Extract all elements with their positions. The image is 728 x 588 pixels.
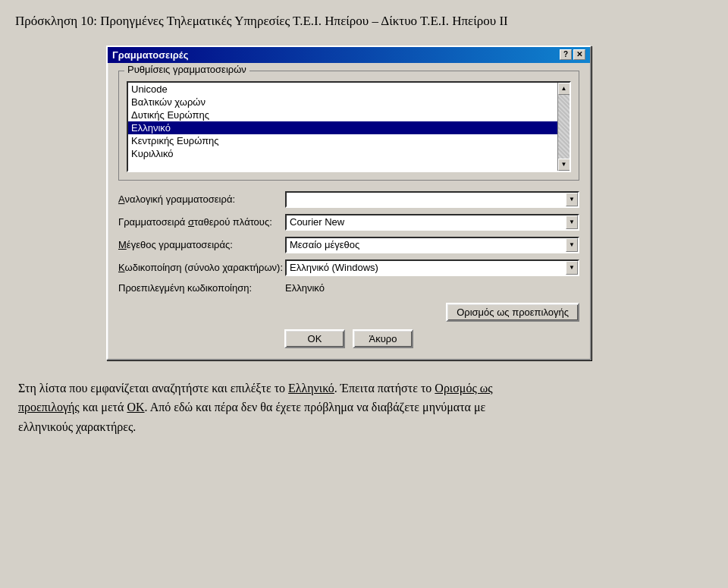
font-size-dropdown-arrow[interactable]: ▼ — [566, 238, 578, 252]
list-item-selected[interactable]: Ελληνικό — [128, 121, 557, 134]
proportional-font-row: Αναλογική γραμματοσειρά: ▼ — [118, 191, 579, 208]
scrollbar-track — [558, 95, 570, 159]
bottom-text: Στη λίστα που εμφανίζεται αναζητήστε και… — [15, 379, 713, 437]
set-default-button[interactable]: Ορισμός ως προεπιλογής — [446, 303, 579, 322]
ok-cancel-row: OK Άκυρο — [118, 329, 579, 348]
ok-button[interactable]: OK — [284, 329, 345, 348]
listbox-items: Unicode Βαλτικών χωρών Δυτικής Ευρώπης Ε… — [128, 83, 557, 171]
list-item[interactable]: Βαλτικών χωρών — [128, 96, 557, 108]
fixed-font-value: Courier New — [287, 216, 566, 228]
proportional-font-dropdown-arrow[interactable]: ▼ — [566, 193, 578, 206]
default-encoding-row: Προεπιλεγμένη κωδικοποίηση: Ελληνικό — [118, 282, 579, 294]
encoding-dropdown-arrow[interactable]: ▼ — [566, 261, 578, 275]
fieldset-legend: Ρυθμίσεις γραμματοσειρών — [124, 64, 249, 75]
page-title: Πρόσκληση 10: Προηγμένες Τηλεματικές Υπη… — [15, 12, 713, 30]
encoding-row: Κωδικοποίηση (σύνολο χαρακτήρων): Ελληνι… — [118, 259, 579, 276]
help-button[interactable]: ? — [560, 49, 572, 60]
font-size-value: Μεσαίο μέγεθος — [287, 239, 566, 250]
list-item[interactable]: Κυριλλικό — [128, 147, 557, 160]
cancel-button[interactable]: Άκυρο — [353, 329, 413, 348]
dialog-title: Γραμματοσειρές — [112, 49, 188, 61]
encoding-value: Ελληνικό (Windows) — [287, 262, 566, 273]
fixed-font-label: Γραμματοσειρά σταθερού πλάτους: — [118, 216, 285, 228]
proportional-font-select[interactable]: ▼ — [285, 191, 579, 208]
fixed-font-select[interactable]: Courier New ▼ — [285, 214, 579, 231]
scroll-up-button[interactable]: ▲ — [558, 83, 570, 95]
proportional-font-label: Αναλογική γραμματοσειρά: — [118, 193, 285, 205]
list-item[interactable]: Unicode — [128, 83, 557, 96]
dialog-titlebar: Γραμματοσειρές ? ✕ — [108, 47, 590, 63]
font-size-row: Μέγεθος γραμματοσειράς: Μεσαίο μέγεθος ▼ — [118, 237, 579, 253]
set-default-row: Ορισμός ως προεπιλογής — [118, 303, 579, 322]
default-encoding-label: Προεπιλεγμένη κωδικοποίηση: — [118, 282, 285, 294]
font-listbox[interactable]: Unicode Βαλτικών χωρών Δυτικής Ευρώπης Ε… — [127, 81, 571, 172]
fixed-font-dropdown-arrow[interactable]: ▼ — [566, 215, 578, 229]
listbox-scrollbar[interactable]: ▲ ▼ — [557, 83, 570, 171]
scroll-down-button[interactable]: ▼ — [558, 159, 570, 171]
list-item[interactable]: Κεντρικής Ευρώπης — [128, 134, 557, 147]
close-button[interactable]: ✕ — [573, 49, 585, 60]
font-size-label: Μέγεθος γραμματοσειράς: — [118, 239, 285, 250]
font-size-select[interactable]: Μεσαίο μέγεθος ▼ — [285, 237, 579, 253]
encoding-select[interactable]: Ελληνικό (Windows) ▼ — [285, 259, 579, 276]
default-encoding-value: Ελληνικό — [285, 282, 325, 294]
fixed-font-row: Γραμματοσειρά σταθερού πλάτους: Courier … — [118, 214, 579, 231]
dialog-content: Ρυθμίσεις γραμματοσειρών Ρυθμίσεις γραμμ… — [108, 63, 590, 359]
encoding-label: Κωδικοποίηση (σύνολο χαρακτήρων): — [118, 262, 285, 273]
list-item[interactable]: Δυτικής Ευρώπης — [128, 108, 557, 121]
dialog-controls: ? ✕ — [560, 49, 585, 60]
dialog-window: Γραμματοσειρές ? ✕ Ρυθμίσεις γραμματοσει… — [106, 46, 592, 360]
